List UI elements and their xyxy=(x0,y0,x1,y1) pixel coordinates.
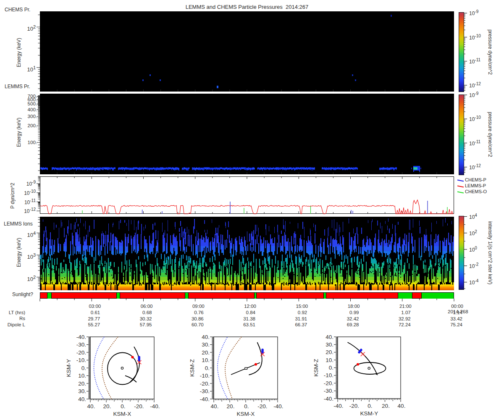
svg-text:10.: 10. xyxy=(78,373,86,379)
svg-text:-40.: -40. xyxy=(333,403,343,409)
svg-text:0.: 0. xyxy=(244,403,249,410)
svg-text:-40.: -40. xyxy=(150,403,160,410)
svg-text:0.: 0. xyxy=(205,365,210,371)
svg-text:20.: 20. xyxy=(78,381,86,387)
svg-text:40.: 40. xyxy=(398,403,406,409)
svg-text:-20.: -20. xyxy=(324,380,333,386)
svg-text:20.: 20. xyxy=(326,349,333,355)
svg-text:40.: 40. xyxy=(87,403,95,410)
svg-text:-30.: -30. xyxy=(76,341,86,348)
svg-text:-40.: -40. xyxy=(324,396,333,402)
svg-text:-40.: -40. xyxy=(273,403,283,410)
svg-text:40.: 40. xyxy=(326,334,333,340)
svg-text:40.: 40. xyxy=(202,334,210,340)
svg-text:0.: 0. xyxy=(81,365,86,371)
svg-text:10.: 10. xyxy=(326,357,333,363)
svg-text:10.: 10. xyxy=(202,357,210,363)
svg-text:-20.: -20. xyxy=(257,403,267,410)
svg-text:20.: 20. xyxy=(227,403,235,410)
svg-text:20.: 20. xyxy=(382,403,390,409)
svg-text:30.: 30. xyxy=(78,388,86,394)
svg-text:-20.: -20. xyxy=(134,403,144,410)
svg-text:KSM-X: KSM-X xyxy=(113,411,131,417)
svg-text:0.: 0. xyxy=(329,365,333,371)
svg-text:-20.: -20. xyxy=(349,403,359,409)
svg-text:-10.: -10. xyxy=(76,357,86,363)
svg-text:40.: 40. xyxy=(211,403,219,410)
svg-text:KSM-Z: KSM-Z xyxy=(189,359,195,377)
svg-text:KSM-Y: KSM-Y xyxy=(66,359,72,377)
svg-text:KSM-Y: KSM-Y xyxy=(360,410,378,417)
svg-text:30.: 30. xyxy=(326,341,333,348)
svg-text:-30.: -30. xyxy=(324,388,333,394)
svg-text:-20.: -20. xyxy=(76,349,86,356)
svg-text:20.: 20. xyxy=(103,403,111,410)
svg-text:20.: 20. xyxy=(202,349,210,356)
svg-text:40.: 40. xyxy=(78,396,86,402)
svg-text:KSM-X: KSM-X xyxy=(237,411,255,417)
svg-text:-10.: -10. xyxy=(324,372,333,378)
svg-text:-40.: -40. xyxy=(76,334,86,340)
svg-text:30.: 30. xyxy=(202,341,210,348)
svg-text:KSM-Z: KSM-Z xyxy=(313,359,319,377)
svg-text:-20.: -20. xyxy=(200,381,210,387)
svg-text:-10.: -10. xyxy=(200,373,210,379)
svg-text:-30.: -30. xyxy=(200,388,210,394)
svg-text:-40.: -40. xyxy=(200,396,210,402)
svg-text:0.: 0. xyxy=(368,403,372,409)
svg-text:0.: 0. xyxy=(121,403,125,410)
